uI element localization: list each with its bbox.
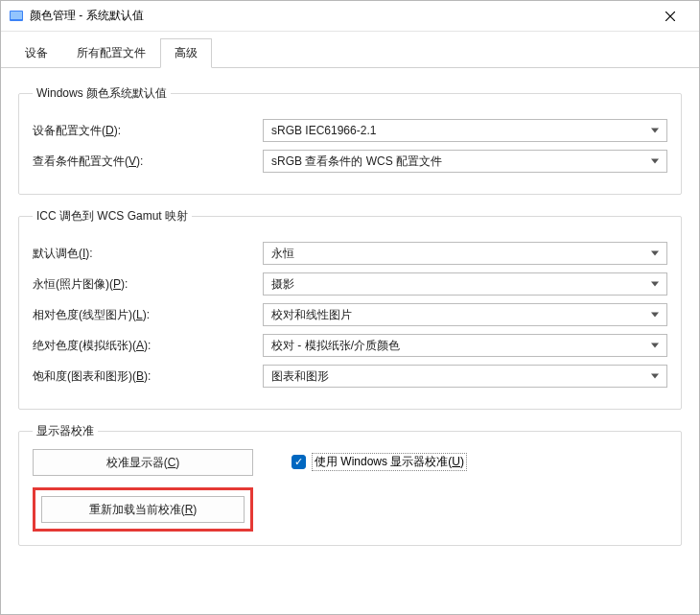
group-windows-defaults-legend: Windows 颜色系统默认值: [33, 85, 171, 102]
use-windows-calibration-label: 使用 Windows 显示器校准(U): [312, 453, 467, 471]
icc-row-0: 默认调色(I):永恒: [33, 242, 667, 265]
tab-all-profiles[interactable]: 所有配置文件: [62, 38, 160, 68]
group-windows-defaults: Windows 颜色系统默认值 设备配置文件(D): sRGB IEC61966…: [18, 85, 682, 195]
app-icon: [9, 9, 24, 24]
content-area: Windows 颜色系统默认值 设备配置文件(D): sRGB IEC61966…: [1, 68, 699, 569]
close-button[interactable]: [649, 2, 691, 31]
svg-rect-1: [11, 12, 22, 19]
titlebar: 颜色管理 - 系统默认值: [1, 1, 699, 32]
group-display-calibration-legend: 显示器校准: [33, 423, 98, 439]
calibrate-display-button[interactable]: 校准显示器(C): [33, 449, 253, 476]
row-viewing-profile: 查看条件配置文件(V): sRGB 查看条件的 WCS 配置文件: [33, 150, 667, 173]
label-device-profile: 设备配置文件(D):: [33, 123, 263, 139]
group-display-calibration: 显示器校准 校准显示器(C) 重新加载当前校准(R) ✓ 使用 Windo: [18, 423, 682, 546]
icc-row-label: 默认调色(I):: [33, 246, 263, 262]
group-icc-gamut-legend: ICC 调色到 WCS Gamut 映射: [33, 208, 192, 225]
icc-row-label: 相对色度(线型图片)(L):: [33, 307, 263, 323]
tab-advanced[interactable]: 高级: [160, 38, 212, 68]
icc-row-label: 永恒(照片图像)(P):: [33, 276, 263, 293]
select-device-profile[interactable]: sRGB IEC61966-2.1: [263, 119, 667, 142]
icc-row-select[interactable]: 永恒: [263, 242, 667, 265]
select-viewing-profile[interactable]: sRGB 查看条件的 WCS 配置文件: [263, 150, 667, 173]
tab-bar: 设备 所有配置文件 高级: [1, 32, 699, 68]
close-icon: [665, 12, 675, 21]
use-windows-calibration-checkbox[interactable]: ✓: [292, 455, 306, 469]
color-management-window: 颜色管理 - 系统默认值 设备 所有配置文件 高级 Windows 颜色系统默认…: [0, 0, 700, 615]
reload-calibration-button[interactable]: 重新加载当前校准(R): [41, 496, 245, 523]
label-viewing-profile: 查看条件配置文件(V):: [33, 154, 263, 170]
highlight-box: 重新加载当前校准(R): [33, 487, 253, 532]
icc-row-label: 饱和度(图表和图形)(B):: [33, 368, 263, 385]
row-device-profile: 设备配置文件(D): sRGB IEC61966-2.1: [33, 119, 667, 142]
icc-row-label: 绝对色度(模拟纸张)(A):: [33, 338, 263, 354]
icc-row-2: 相对色度(线型图片)(L):校对和线性图片: [33, 303, 667, 326]
icc-row-select[interactable]: 校对 - 模拟纸张/介质颜色: [263, 334, 667, 357]
window-title: 颜色管理 - 系统默认值: [30, 8, 144, 24]
use-windows-calibration-row: ✓ 使用 Windows 显示器校准(U): [292, 453, 467, 471]
group-icc-gamut: ICC 调色到 WCS Gamut 映射 默认调色(I):永恒永恒(照片图像)(…: [18, 208, 682, 410]
icc-row-select[interactable]: 图表和图形: [263, 365, 667, 388]
icc-row-select[interactable]: 摄影: [263, 272, 667, 296]
icc-row-1: 永恒(照片图像)(P):摄影: [33, 272, 667, 296]
icc-row-4: 饱和度(图表和图形)(B):图表和图形: [33, 365, 667, 388]
icc-row-3: 绝对色度(模拟纸张)(A):校对 - 模拟纸张/介质颜色: [33, 334, 667, 357]
tab-devices[interactable]: 设备: [11, 38, 62, 68]
icc-row-select[interactable]: 校对和线性图片: [263, 303, 667, 326]
